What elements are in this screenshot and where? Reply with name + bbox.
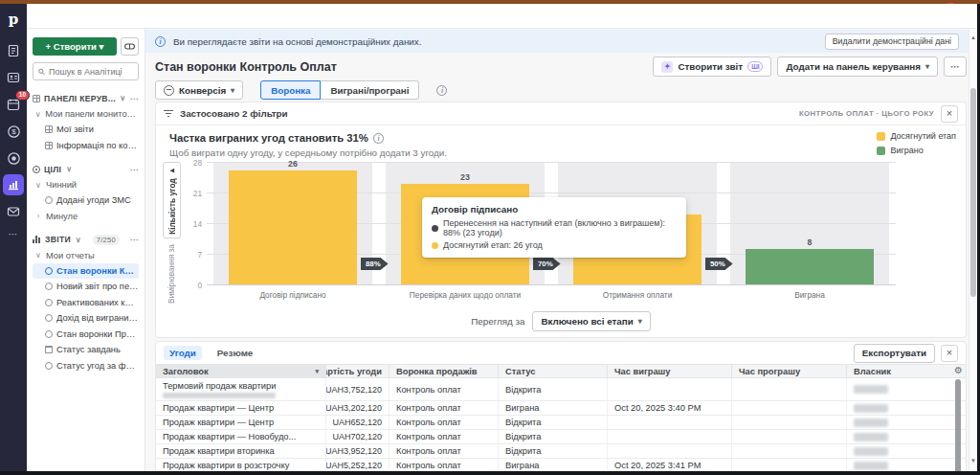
metric-dropdown[interactable]: Конверсія ▾ — [155, 80, 243, 100]
sidebar-item[interactable]: Дохід від виграних угод — [33, 310, 139, 327]
tooltip-text: Досягнутий етап: 26 угод — [443, 240, 543, 250]
scroll-down-icon[interactable]: ▼ — [970, 458, 976, 464]
column-header[interactable]: Воронка продажів — [390, 365, 499, 377]
page-scrollbar[interactable]: ▲ ▼ — [969, 29, 977, 471]
legend-item[interactable]: Виграно — [877, 146, 956, 155]
sidebar-item[interactable]: Статус завдань — [33, 342, 139, 358]
sidebar-item[interactable]: Стан воронки Контро... — [33, 263, 139, 280]
funnel-bar[interactable] — [746, 249, 874, 284]
stages-dropdown[interactable]: Включено всі етапи ▾ — [532, 311, 650, 331]
scroll-up-icon[interactable]: ▲ — [970, 34, 976, 40]
section-more-icon[interactable]: ⋯ — [130, 235, 139, 244]
column-header[interactable]: Власник — [847, 365, 967, 377]
close-icon[interactable]: × — [941, 345, 958, 362]
sidebar-search-input[interactable] — [49, 67, 133, 77]
table-row[interactable]: Продаж квартири вторинка UAH3,952,120 Ко… — [156, 444, 966, 459]
rail-more-icon[interactable]: ⋯ — [9, 229, 19, 239]
target-icon — [33, 166, 40, 173]
dashboard-icon — [45, 125, 53, 133]
svg-text:$: $ — [11, 127, 16, 136]
deal-won-time: Oct 20, 2025 3:41 PM — [608, 459, 732, 472]
bars-icon — [33, 236, 41, 243]
sidebar-item[interactable]: Мої звіти — [33, 122, 139, 138]
export-button[interactable]: Експортувати — [854, 344, 935, 363]
dashboard-icon — [45, 142, 53, 149]
filter-icon — [164, 110, 173, 118]
tooltip-bullet — [432, 225, 438, 232]
column-header[interactable]: Час виграшу — [608, 365, 732, 377]
sidebar-section[interactable]: ПАНЕЛІ КЕРУВАННЯ∨⋯ — [33, 90, 139, 106]
learn-goggles-icon[interactable] — [121, 37, 139, 56]
column-header[interactable]: Вартість угоди — [326, 365, 390, 377]
nav-label: Реактивованих клієнтів — [56, 298, 139, 307]
tab-summary[interactable]: Резюме — [212, 346, 259, 360]
report-icon — [45, 314, 53, 322]
table-row[interactable]: Продаж квартири — Новобудо... UAH702,120… — [156, 430, 966, 444]
create-button[interactable]: + Створити ▾ — [33, 37, 117, 56]
tab-deals[interactable]: Угоди — [164, 346, 202, 360]
sidebar-item[interactable]: Новий звіт про перетв... — [33, 279, 139, 295]
sidebar-section[interactable]: ЗВІТИ∨7/250⋯ — [33, 232, 139, 248]
deal-won-time — [608, 430, 732, 443]
funnel-bar[interactable] — [229, 170, 357, 284]
sidebar-item[interactable]: Додані угоди ЗМС — [33, 192, 139, 209]
sidebar-group[interactable]: ∨Чинний — [33, 177, 139, 192]
nav-label: Інформація по компанії — [56, 141, 139, 150]
redacted-owner — [854, 404, 888, 413]
table-scrollbar-thumb[interactable] — [955, 379, 961, 475]
window-bottom-edge — [0, 471, 980, 475]
activities-icon[interactable]: 10 — [3, 94, 24, 115]
x-axis-line — [207, 284, 896, 285]
deal-pipeline: Контроль оплат — [390, 430, 499, 443]
table-row[interactable]: Термовий продаж квартири UAH3,752,120 Ко… — [156, 378, 966, 401]
app-rail: p 10 $ ⋯ — [0, 4, 27, 471]
mail-icon[interactable] — [3, 201, 24, 222]
tab-Воронка[interactable]: Воронка — [260, 80, 321, 100]
create-report-button[interactable]: ✦ Створити звіт ШІ — [653, 57, 771, 77]
sidebar-section[interactable]: ЦІЛІ∨⋯ — [33, 161, 139, 177]
add-to-dashboard-button[interactable]: Додати на панель керування ▾ — [777, 57, 938, 77]
deal-lost-time — [732, 444, 847, 458]
tab-Виграні/програні[interactable]: Виграні/програні — [321, 80, 419, 100]
leads-icon[interactable] — [3, 40, 24, 61]
table-row[interactable]: Продаж квартири — Центр UAH3,202,120 Кон… — [156, 401, 966, 416]
deal-status: Виграна — [499, 459, 608, 472]
legend-label: Виграно — [890, 146, 923, 155]
products-icon[interactable]: $ — [3, 121, 24, 142]
campaigns-icon[interactable] — [3, 147, 24, 169]
deal-lost-time — [732, 378, 847, 400]
sidebar-item[interactable]: Статус угод за фахівц... — [33, 358, 139, 374]
applied-filters[interactable]: Застосовано 2 фільтри — [180, 108, 288, 119]
column-header[interactable]: Час програшу — [732, 365, 847, 377]
report-icon — [45, 299, 53, 306]
deal-won-time — [608, 444, 732, 458]
sidebar-item[interactable]: Інформація по компанії — [33, 138, 139, 154]
sidebar-group[interactable]: ∨Мои отчеты — [33, 248, 139, 263]
y-axis-caption: Вимірювання за — [167, 244, 176, 307]
contacts-icon[interactable] — [3, 67, 24, 88]
sidebar-item[interactable]: Реактивованих клієнтів — [33, 295, 139, 311]
close-icon[interactable]: × — [941, 105, 958, 123]
sidebar-item[interactable]: Стан воронки Продаж — [33, 327, 139, 343]
deal-title: Продаж квартири — Центр — [156, 401, 326, 415]
page-scrollbar-thumb[interactable] — [970, 88, 976, 297]
gear-icon[interactable]: ⚙ — [954, 366, 963, 375]
delete-demo-data-button[interactable]: Видалити демонстраційні дані — [825, 34, 959, 50]
section-more-icon[interactable]: ⋯ — [130, 94, 139, 103]
section-more-icon[interactable]: ⋯ — [130, 165, 139, 174]
column-header[interactable]: Статус — [499, 365, 608, 377]
sidebar-search[interactable] — [33, 62, 139, 80]
y-tick: 21 — [183, 189, 202, 198]
sidebar-group[interactable]: ∨Мои панели мониторинга — [33, 106, 139, 122]
legend-item[interactable]: Досягнутий етап — [877, 131, 956, 141]
pipedrive-logo: p — [9, 11, 19, 28]
insights-icon[interactable] — [3, 174, 24, 195]
banner-text: Ви переглядаєте звіти на основі демонстр… — [173, 36, 421, 47]
sidebar-group[interactable]: ›Минуле — [33, 209, 139, 224]
chevron-down-icon: ▾ — [925, 62, 929, 71]
column-header[interactable]: Заголовок▾ — [156, 365, 326, 377]
table-row[interactable]: Продаж квартири — Центр UAH652,120 Контр… — [156, 416, 966, 430]
y-axis-metric-button[interactable]: Кількість угод ▸ — [163, 162, 181, 238]
nav-label: ЗВІТИ — [45, 235, 71, 244]
report-more-button[interactable]: ⋯ — [944, 57, 967, 77]
